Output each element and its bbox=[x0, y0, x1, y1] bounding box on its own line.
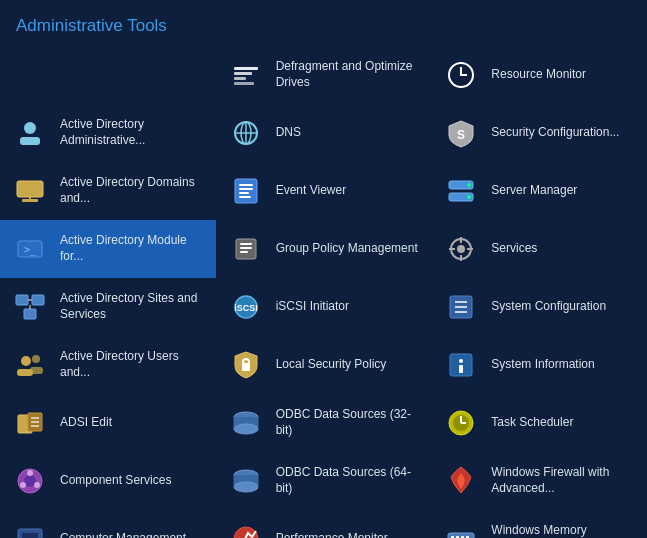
local-security-icon bbox=[226, 345, 266, 385]
tool-item-computer-mgmt[interactable]: Computer Management bbox=[0, 510, 216, 538]
tool-item-services[interactable]: Services bbox=[431, 220, 647, 278]
tool-item-ad-users[interactable]: Active Directory Users and... bbox=[0, 336, 216, 394]
svg-text:iSCSI: iSCSI bbox=[234, 303, 258, 313]
svg-rect-13 bbox=[22, 199, 38, 202]
services-icon bbox=[441, 229, 481, 269]
svg-rect-29 bbox=[240, 251, 248, 253]
task-scheduler-icon bbox=[441, 403, 481, 443]
dns-icon bbox=[226, 113, 266, 153]
tool-item-ad-module[interactable]: >_Active Directory Module for... bbox=[0, 220, 216, 278]
svg-rect-17 bbox=[239, 188, 253, 190]
odbc32-icon bbox=[226, 403, 266, 443]
svg-rect-28 bbox=[240, 247, 252, 249]
svg-rect-1 bbox=[234, 72, 252, 75]
svg-rect-50 bbox=[30, 367, 43, 374]
tool-label-task-scheduler: Task Scheduler bbox=[491, 415, 573, 431]
tool-label-odbc32: ODBC Data Sources (32-bit) bbox=[276, 407, 422, 438]
tool-label-perf-monitor: Performance Monitor bbox=[276, 531, 388, 538]
tool-label-ad-domains: Active Directory Domains and... bbox=[60, 175, 206, 206]
tool-label-dns: DNS bbox=[276, 125, 301, 141]
ad-domains-icon bbox=[10, 171, 50, 211]
event-viewer-icon bbox=[226, 171, 266, 211]
ad-admin-icon bbox=[10, 113, 50, 153]
tool-item-ad-domains[interactable]: Active Directory Domains and... bbox=[0, 162, 216, 220]
svg-text:>_: >_ bbox=[24, 244, 37, 256]
tool-item-event-viewer[interactable]: Event Viewer bbox=[216, 162, 432, 220]
component-services-icon bbox=[10, 461, 50, 501]
svg-rect-36 bbox=[16, 295, 28, 305]
tool-label-defrag: Defragment and Optimize Drives bbox=[276, 59, 422, 90]
tool-label-resource-monitor: Resource Monitor bbox=[491, 67, 586, 83]
tool-item-dns[interactable]: DNS bbox=[216, 104, 432, 162]
tool-item-server-manager[interactable]: Server Manager bbox=[431, 162, 647, 220]
group-policy-icon bbox=[226, 229, 266, 269]
tool-label-services: Services bbox=[491, 241, 537, 257]
adsi-edit-icon bbox=[10, 403, 50, 443]
svg-point-48 bbox=[32, 355, 40, 363]
system-info-icon bbox=[441, 345, 481, 385]
tool-label-windows-memory: Windows Memory Diagnostic bbox=[491, 523, 637, 538]
svg-point-23 bbox=[467, 195, 471, 199]
tool-item-ad-admin[interactable]: Active Directory Administrative... bbox=[0, 104, 216, 162]
tool-item-defrag[interactable]: Defragment and Optimize Drives bbox=[216, 46, 432, 104]
tool-item-odbc32[interactable]: ODBC Data Sources (32-bit) bbox=[216, 394, 432, 452]
svg-rect-27 bbox=[240, 243, 252, 245]
tool-label-local-security: Local Security Policy bbox=[276, 357, 387, 373]
svg-rect-2 bbox=[234, 77, 246, 80]
computer-mgmt-icon bbox=[10, 519, 50, 538]
defrag-icon bbox=[226, 55, 266, 95]
tool-item-component-services[interactable]: Component Services bbox=[0, 452, 216, 510]
svg-text:S: S bbox=[457, 128, 465, 142]
tool-label-security-config: Security Configuration... bbox=[491, 125, 619, 141]
admin-tools-window: Administrative Tools Defragment and Opti… bbox=[0, 0, 647, 538]
tool-label-component-services: Component Services bbox=[60, 473, 171, 489]
tool-item-windows-firewall[interactable]: Windows Firewall with Advanced... bbox=[431, 452, 647, 510]
svg-rect-16 bbox=[239, 184, 253, 186]
svg-rect-37 bbox=[32, 295, 44, 305]
tool-item-task-scheduler[interactable]: Task Scheduler bbox=[431, 394, 647, 452]
svg-rect-19 bbox=[239, 196, 251, 198]
svg-rect-12 bbox=[17, 181, 43, 197]
tool-item-system-info[interactable]: System Information bbox=[431, 336, 647, 394]
tool-item-local-security[interactable]: Local Security Policy bbox=[216, 336, 432, 394]
tool-item-iscsi[interactable]: iSCSIiSCSI Initiator bbox=[216, 278, 432, 336]
tool-label-ad-sites: Active Directory Sites and Services bbox=[60, 291, 206, 322]
tool-label-server-manager: Server Manager bbox=[491, 183, 577, 199]
tool-item-odbc64[interactable]: ODBC Data Sources (64-bit) bbox=[216, 452, 432, 510]
empty-cell bbox=[0, 46, 216, 104]
svg-point-72 bbox=[27, 470, 33, 476]
svg-rect-83 bbox=[22, 533, 38, 538]
system-config-icon bbox=[441, 287, 481, 327]
tool-label-windows-firewall: Windows Firewall with Advanced... bbox=[491, 465, 637, 496]
ad-users-icon bbox=[10, 345, 50, 385]
svg-rect-15 bbox=[235, 179, 257, 203]
tool-label-ad-admin: Active Directory Administrative... bbox=[60, 117, 206, 148]
tool-item-group-policy[interactable]: Group Policy Management bbox=[216, 220, 432, 278]
tools-grid: Defragment and Optimize DrivesResource M… bbox=[0, 46, 647, 538]
svg-point-22 bbox=[467, 183, 471, 187]
tool-item-security-config[interactable]: SSecurity Configuration... bbox=[431, 104, 647, 162]
tool-item-perf-monitor[interactable]: Performance Monitor bbox=[216, 510, 432, 538]
header: Administrative Tools bbox=[0, 10, 647, 46]
ad-module-icon: >_ bbox=[10, 229, 50, 269]
tool-item-ad-sites[interactable]: Active Directory Sites and Services bbox=[0, 278, 216, 336]
svg-rect-38 bbox=[24, 309, 36, 319]
tool-item-adsi-edit[interactable]: ADSI Edit bbox=[0, 394, 216, 452]
svg-point-73 bbox=[34, 482, 40, 488]
tool-item-resource-monitor[interactable]: Resource Monitor bbox=[431, 46, 647, 104]
tool-label-system-config: System Configuration bbox=[491, 299, 606, 315]
svg-rect-18 bbox=[239, 192, 249, 194]
tool-label-system-info: System Information bbox=[491, 357, 594, 373]
security-config-icon: S bbox=[441, 113, 481, 153]
page-title: Administrative Tools bbox=[16, 16, 167, 35]
svg-rect-55 bbox=[459, 365, 463, 373]
svg-point-54 bbox=[459, 359, 463, 363]
perf-monitor-icon bbox=[226, 519, 266, 538]
tool-item-system-config[interactable]: System Configuration bbox=[431, 278, 647, 336]
tool-label-adsi-edit: ADSI Edit bbox=[60, 415, 112, 431]
windows-firewall-icon bbox=[441, 461, 481, 501]
tool-item-windows-memory[interactable]: Windows Memory Diagnostic bbox=[431, 510, 647, 538]
svg-point-74 bbox=[20, 482, 26, 488]
tool-label-group-policy: Group Policy Management bbox=[276, 241, 418, 257]
svg-point-77 bbox=[234, 482, 258, 492]
